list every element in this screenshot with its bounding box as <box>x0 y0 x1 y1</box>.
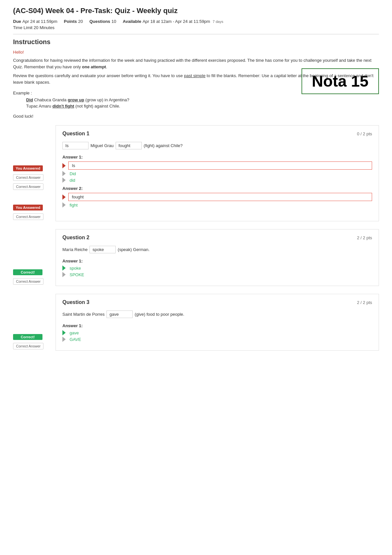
q3-answer1-label: Answer 1: <box>62 323 372 328</box>
q1-arrow-correct1 <box>62 171 66 176</box>
q1-blank1: Is <box>62 142 89 149</box>
q1-correct-answer1-row: Did <box>62 171 372 176</box>
q3-correct-answer-value: GAVE <box>70 337 81 342</box>
question-3-wrapper: Correct! Correct Answer Question 3 2 / 2… <box>13 294 379 351</box>
q1-you-answered2-value: fought <box>68 193 372 201</box>
nota-box: Nota 15 <box>302 68 379 94</box>
points-meta: Points 20 <box>64 19 83 24</box>
q1-you-answered2-row: fought <box>62 193 372 201</box>
correct-answer-badge-q1a1-2: Correct Answer <box>13 183 43 190</box>
q1-blank2: fought <box>116 142 142 149</box>
timelimit-meta: Time Limit 20 Minutes <box>13 25 379 30</box>
header-divider <box>13 34 379 34</box>
you-answered-badge-q1a2: You Answered <box>13 205 43 210</box>
q2-correct-answer-value: SPOKE <box>70 272 84 277</box>
question-1-box: Question 1 0 / 2 pts Is Miguel Grau foug… <box>56 125 379 221</box>
q1-you-answered-value: Is <box>68 161 372 170</box>
q1-correct-answer3-row: fight <box>62 202 372 208</box>
you-answered-badge-q1a1: You Answered <box>13 165 43 171</box>
hello-text: Hello! <box>13 50 379 55</box>
available-meta: Available Apr 18 at 12am - Apr 24 at 11:… <box>123 19 223 24</box>
q1-correct-answer3-value: fight <box>70 203 78 208</box>
q2-correct-row: spoke <box>62 265 372 271</box>
page-title: (AC-S04) Week 04 - Pre-Task: Quiz - Week… <box>13 7 379 15</box>
good-luck-text: Good luck! <box>13 114 379 119</box>
instructions-title: Instructions <box>13 38 379 46</box>
q3-sentence: Saint Martin de Porres gave (give) food … <box>62 311 372 318</box>
q1-title: Question 1 <box>62 131 90 137</box>
q1-sentence: Is Miguel Grau fought (fight) against Ch… <box>62 142 372 149</box>
q1-correct-answer2-value: did <box>70 178 75 183</box>
questions-meta: Questions 10 <box>90 19 116 24</box>
q3-correct-answer-row: GAVE <box>62 337 372 342</box>
correct-answer-badge-q3: Correct Answer <box>13 343 43 349</box>
correct-answer-badge-q1a1-1: Correct Answer <box>13 174 43 181</box>
correct-answer-badge-q2: Correct Answer <box>13 278 43 285</box>
q2-answer1-label: Answer 1: <box>62 259 372 263</box>
question-1-wrapper: You Answered Correct Answer Correct Answ… <box>13 125 379 221</box>
q1-arrow-correct3 <box>62 202 66 208</box>
q3-arrow-correct-answer <box>62 337 66 342</box>
q2-arrow-correct <box>62 265 66 271</box>
q3-header: Question 3 2 / 2 pts <box>62 299 372 305</box>
question-3-box: Question 3 2 / 2 pts Saint Martin de Por… <box>56 294 379 351</box>
q2-correct-answer-row: SPOKE <box>62 272 372 277</box>
q2-title: Question 2 <box>62 235 90 241</box>
q1-arrow-correct2 <box>62 177 66 183</box>
q1-correct-answer1-value: Did <box>70 171 76 176</box>
correct-badge-q2: Correct! <box>13 269 42 275</box>
q3-side-labels: Correct! Correct Answer <box>13 294 56 351</box>
q3-correct-value: gave <box>70 330 79 335</box>
question-2-wrapper: Correct! Correct Answer Question 2 2 / 2… <box>13 229 379 286</box>
q3-pts: 2 / 2 pts <box>357 300 372 305</box>
question-2-box: Question 2 2 / 2 pts María Reiche spoke … <box>56 229 379 286</box>
q1-arrow-you-answered2 <box>62 194 66 200</box>
q1-you-answered-row: Is <box>62 161 372 170</box>
q1-answers: Answer 1: Is Did did Answer 2: fought fi <box>62 155 372 208</box>
q2-header: Question 2 2 / 2 pts <box>62 235 372 241</box>
q2-arrow-correct-answer <box>62 272 66 277</box>
q3-arrow-correct <box>62 330 66 335</box>
q3-correct-row: gave <box>62 330 372 335</box>
q1-correct-answer2-row: did <box>62 177 372 183</box>
q1-answer2-label: Answer 2: <box>62 186 372 191</box>
q1-arrow-you-answered <box>62 163 66 168</box>
q2-side-labels: Correct! Correct Answer <box>13 229 56 286</box>
q1-side-labels: You Answered Correct Answer Correct Answ… <box>13 125 56 221</box>
q1-pts: 0 / 2 pts <box>357 131 372 136</box>
correct-badge-q3: Correct! <box>13 334 42 340</box>
q2-blank1: spoke <box>90 246 116 253</box>
q2-sentence: María Reiche spoke (speak) German. <box>62 246 372 253</box>
q2-correct-value: spoke <box>70 266 81 271</box>
q3-blank1: gave <box>106 311 133 318</box>
q3-answers: Answer 1: gave GAVE <box>62 323 372 342</box>
q1-header: Question 1 0 / 2 pts <box>62 131 372 137</box>
q2-answers: Answer 1: spoke SPOKE <box>62 259 372 277</box>
q3-title: Question 3 <box>62 299 90 305</box>
q2-pts: 2 / 2 pts <box>357 235 372 240</box>
correct-answer-badge-q1a2-1: Correct Answer <box>13 213 43 220</box>
q1-answer1-label: Answer 1: <box>62 155 372 160</box>
due-meta: Due Apr 24 at 11:59pm <box>13 19 57 24</box>
